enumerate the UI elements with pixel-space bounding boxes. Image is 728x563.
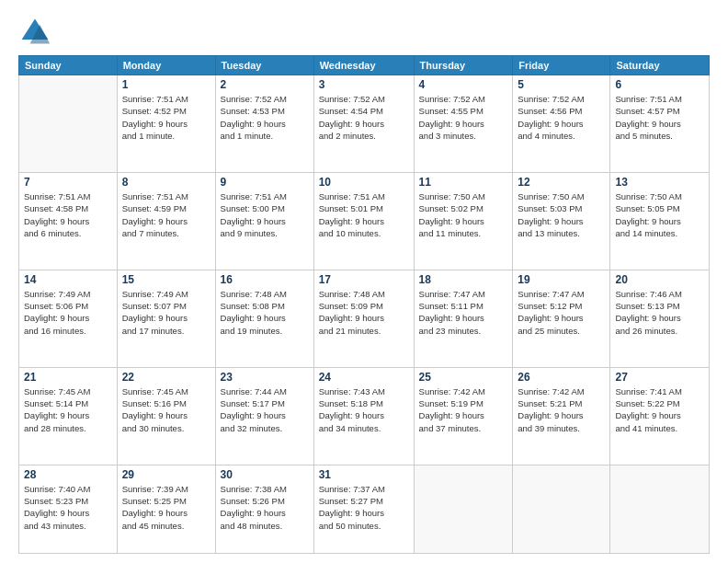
day-number: 30 xyxy=(221,468,309,481)
calendar-cell: 3Sunrise: 7:52 AMSunset: 4:54 PMDaylight… xyxy=(313,75,414,173)
day-info: Sunrise: 7:51 AMSunset: 5:01 PMDaylight:… xyxy=(319,190,409,239)
calendar-cell: 8Sunrise: 7:51 AMSunset: 4:59 PMDaylight… xyxy=(117,172,215,270)
day-number: 4 xyxy=(419,78,508,91)
calendar-cell: 22Sunrise: 7:45 AMSunset: 5:16 PMDayligh… xyxy=(117,367,215,465)
day-number: 22 xyxy=(122,371,210,384)
logo xyxy=(18,15,55,48)
calendar-cell: 14Sunrise: 7:49 AMSunset: 5:06 PMDayligh… xyxy=(19,270,118,367)
day-number: 5 xyxy=(518,78,605,91)
weekday-header-thursday: Thursday xyxy=(414,56,513,75)
day-number: 6 xyxy=(615,78,704,91)
calendar-cell: 30Sunrise: 7:38 AMSunset: 5:26 PMDayligh… xyxy=(215,465,313,553)
calendar-cell: 13Sunrise: 7:50 AMSunset: 5:05 PMDayligh… xyxy=(610,172,710,270)
calendar-cell: 12Sunrise: 7:50 AMSunset: 5:03 PMDayligh… xyxy=(513,172,610,270)
calendar-cell: 20Sunrise: 7:46 AMSunset: 5:13 PMDayligh… xyxy=(610,270,710,367)
day-info: Sunrise: 7:37 AMSunset: 5:27 PMDaylight:… xyxy=(319,483,409,532)
day-number: 26 xyxy=(518,371,605,384)
weekday-header-saturday: Saturday xyxy=(610,56,710,75)
day-info: Sunrise: 7:48 AMSunset: 5:09 PMDaylight:… xyxy=(319,288,409,337)
day-number: 2 xyxy=(221,78,309,91)
calendar-week-1: 1Sunrise: 7:51 AMSunset: 4:52 PMDaylight… xyxy=(19,75,710,173)
day-info: Sunrise: 7:52 AMSunset: 4:56 PMDaylight:… xyxy=(518,93,605,142)
calendar-cell: 9Sunrise: 7:51 AMSunset: 5:00 PMDaylight… xyxy=(215,172,313,270)
calendar-cell: 1Sunrise: 7:51 AMSunset: 4:52 PMDaylight… xyxy=(117,75,215,173)
day-info: Sunrise: 7:39 AMSunset: 5:25 PMDaylight:… xyxy=(122,483,210,532)
day-number: 21 xyxy=(24,371,112,384)
calendar-cell: 17Sunrise: 7:48 AMSunset: 5:09 PMDayligh… xyxy=(313,270,414,367)
day-number: 31 xyxy=(319,468,409,481)
calendar-cell xyxy=(414,465,513,553)
calendar-cell: 23Sunrise: 7:44 AMSunset: 5:17 PMDayligh… xyxy=(215,367,313,465)
day-info: Sunrise: 7:38 AMSunset: 5:26 PMDaylight:… xyxy=(221,483,309,532)
calendar-cell: 29Sunrise: 7:39 AMSunset: 5:25 PMDayligh… xyxy=(117,465,215,553)
calendar-cell xyxy=(513,465,610,553)
day-info: Sunrise: 7:49 AMSunset: 5:06 PMDaylight:… xyxy=(24,288,112,337)
day-info: Sunrise: 7:45 AMSunset: 5:16 PMDaylight:… xyxy=(122,385,210,434)
calendar-cell xyxy=(610,465,710,553)
day-number: 15 xyxy=(122,273,210,286)
day-info: Sunrise: 7:46 AMSunset: 5:13 PMDaylight:… xyxy=(615,288,704,337)
weekday-header-tuesday: Tuesday xyxy=(215,56,313,75)
calendar-cell xyxy=(19,75,118,173)
day-number: 17 xyxy=(319,273,409,286)
calendar-cell: 16Sunrise: 7:48 AMSunset: 5:08 PMDayligh… xyxy=(215,270,313,367)
day-info: Sunrise: 7:51 AMSunset: 4:52 PMDaylight:… xyxy=(122,93,210,142)
weekday-header-wednesday: Wednesday xyxy=(313,56,414,75)
day-info: Sunrise: 7:51 AMSunset: 5:00 PMDaylight:… xyxy=(221,190,309,239)
day-info: Sunrise: 7:47 AMSunset: 5:12 PMDaylight:… xyxy=(518,288,605,337)
day-info: Sunrise: 7:45 AMSunset: 5:14 PMDaylight:… xyxy=(24,385,112,434)
calendar-week-5: 28Sunrise: 7:40 AMSunset: 5:23 PMDayligh… xyxy=(19,465,710,553)
day-number: 25 xyxy=(419,371,508,384)
weekday-header-friday: Friday xyxy=(513,56,610,75)
calendar-table: SundayMondayTuesdayWednesdayThursdayFrid… xyxy=(18,55,710,554)
day-info: Sunrise: 7:50 AMSunset: 5:05 PMDaylight:… xyxy=(615,190,704,239)
day-number: 10 xyxy=(319,176,409,189)
day-info: Sunrise: 7:52 AMSunset: 4:53 PMDaylight:… xyxy=(221,93,309,142)
day-number: 8 xyxy=(122,176,210,189)
day-info: Sunrise: 7:41 AMSunset: 5:22 PMDaylight:… xyxy=(615,385,704,434)
calendar-cell: 10Sunrise: 7:51 AMSunset: 5:01 PMDayligh… xyxy=(313,172,414,270)
calendar-cell: 26Sunrise: 7:42 AMSunset: 5:21 PMDayligh… xyxy=(513,367,610,465)
calendar-cell: 18Sunrise: 7:47 AMSunset: 5:11 PMDayligh… xyxy=(414,270,513,367)
day-info: Sunrise: 7:52 AMSunset: 4:55 PMDaylight:… xyxy=(419,93,508,142)
weekday-header-row: SundayMondayTuesdayWednesdayThursdayFrid… xyxy=(19,56,710,75)
weekday-header-monday: Monday xyxy=(117,56,215,75)
day-info: Sunrise: 7:51 AMSunset: 4:59 PMDaylight:… xyxy=(122,190,210,239)
calendar-cell: 28Sunrise: 7:40 AMSunset: 5:23 PMDayligh… xyxy=(19,465,118,553)
calendar-cell: 21Sunrise: 7:45 AMSunset: 5:14 PMDayligh… xyxy=(19,367,118,465)
logo-icon xyxy=(18,15,51,48)
day-number: 16 xyxy=(221,273,309,286)
calendar-cell: 24Sunrise: 7:43 AMSunset: 5:18 PMDayligh… xyxy=(313,367,414,465)
day-info: Sunrise: 7:51 AMSunset: 4:58 PMDaylight:… xyxy=(24,190,112,239)
calendar-cell: 6Sunrise: 7:51 AMSunset: 4:57 PMDaylight… xyxy=(610,75,710,173)
day-number: 13 xyxy=(615,176,704,189)
day-info: Sunrise: 7:51 AMSunset: 4:57 PMDaylight:… xyxy=(615,93,704,142)
day-info: Sunrise: 7:42 AMSunset: 5:21 PMDaylight:… xyxy=(518,385,605,434)
day-info: Sunrise: 7:50 AMSunset: 5:03 PMDaylight:… xyxy=(518,190,605,239)
calendar-cell: 27Sunrise: 7:41 AMSunset: 5:22 PMDayligh… xyxy=(610,367,710,465)
day-number: 9 xyxy=(221,176,309,189)
day-info: Sunrise: 7:48 AMSunset: 5:08 PMDaylight:… xyxy=(221,288,309,337)
day-number: 12 xyxy=(518,176,605,189)
day-info: Sunrise: 7:44 AMSunset: 5:17 PMDaylight:… xyxy=(221,385,309,434)
calendar-cell: 7Sunrise: 7:51 AMSunset: 4:58 PMDaylight… xyxy=(19,172,118,270)
day-info: Sunrise: 7:42 AMSunset: 5:19 PMDaylight:… xyxy=(419,385,508,434)
day-number: 11 xyxy=(419,176,508,189)
day-info: Sunrise: 7:50 AMSunset: 5:02 PMDaylight:… xyxy=(419,190,508,239)
calendar-cell: 5Sunrise: 7:52 AMSunset: 4:56 PMDaylight… xyxy=(513,75,610,173)
calendar-week-3: 14Sunrise: 7:49 AMSunset: 5:06 PMDayligh… xyxy=(19,270,710,367)
day-number: 20 xyxy=(615,273,704,286)
day-number: 18 xyxy=(419,273,508,286)
calendar-cell: 25Sunrise: 7:42 AMSunset: 5:19 PMDayligh… xyxy=(414,367,513,465)
calendar-cell: 11Sunrise: 7:50 AMSunset: 5:02 PMDayligh… xyxy=(414,172,513,270)
calendar-cell: 31Sunrise: 7:37 AMSunset: 5:27 PMDayligh… xyxy=(313,465,414,553)
day-info: Sunrise: 7:43 AMSunset: 5:18 PMDaylight:… xyxy=(319,385,409,434)
calendar-cell: 2Sunrise: 7:52 AMSunset: 4:53 PMDaylight… xyxy=(215,75,313,173)
calendar-cell: 19Sunrise: 7:47 AMSunset: 5:12 PMDayligh… xyxy=(513,270,610,367)
day-number: 7 xyxy=(24,176,112,189)
day-info: Sunrise: 7:47 AMSunset: 5:11 PMDaylight:… xyxy=(419,288,508,337)
day-number: 29 xyxy=(122,468,210,481)
day-number: 14 xyxy=(24,273,112,286)
day-number: 24 xyxy=(319,371,409,384)
day-number: 3 xyxy=(319,78,409,91)
